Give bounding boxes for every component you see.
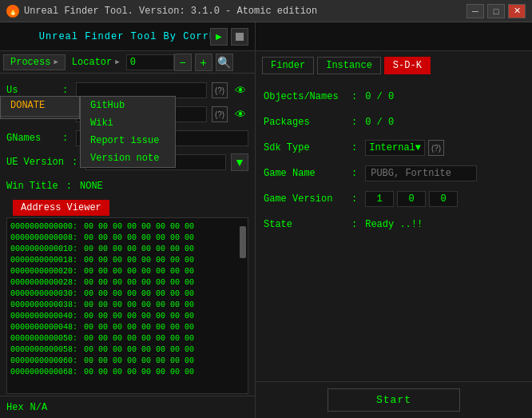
report-issue-item[interactable]: Report issue <box>81 132 175 149</box>
hex-line: 00 00 00 00 00 00 00 00 <box>84 300 244 311</box>
hex-line: 00 00 00 00 00 00 00 00 <box>84 221 244 233</box>
gnames-label: GNames <box>6 133 54 144</box>
address-line: 0000000000000: <box>10 221 77 233</box>
address-line: 0000000000010: <box>10 244 77 255</box>
hex-data-column: 00 00 00 00 00 00 00 0000 00 00 00 00 00… <box>81 218 248 393</box>
version-input-3[interactable] <box>429 191 458 207</box>
hex-line: 00 00 00 00 00 00 00 00 <box>84 322 244 333</box>
hex-label: Hex <box>6 402 24 413</box>
address-line: 0000000000050: <box>10 333 77 344</box>
main-container: Unreal Finder Tool By CorrM ▶ Process ▶ … <box>0 22 532 418</box>
finder-tab[interactable]: Finder <box>262 57 314 74</box>
title-bar-text: Unreal Finder Tool. Version: 3.1.0 - Ato… <box>24 6 466 17</box>
hex-line: 00 00 00 00 00 00 00 00 <box>84 311 244 322</box>
sdk-type-label: Sdk Type <box>264 142 343 153</box>
address-viewer-inner: 0000000000000:0000000000008:000000000001… <box>7 218 248 393</box>
version-input-2[interactable] <box>397 191 426 207</box>
header-buttons: ▶ <box>210 28 248 46</box>
hex-line: 00 00 00 00 00 00 00 00 <box>84 266 244 277</box>
game-name-label: Game Name <box>264 168 343 179</box>
stop-icon <box>236 33 244 41</box>
minus-button[interactable]: − <box>174 54 192 71</box>
ue-version-label: UE Version <box>6 157 64 168</box>
address-line: 0000000000048: <box>10 322 77 333</box>
address-line: 0000000000040: <box>10 311 77 322</box>
search-icon: 🔍 <box>217 56 231 69</box>
game-name-row: Game Name : <box>264 163 524 184</box>
hex-line: 00 00 00 00 00 00 00 00 <box>84 367 244 378</box>
game-name-input[interactable] <box>365 165 477 181</box>
app-icon: 🔥 <box>6 5 19 18</box>
plus-button[interactable]: + <box>195 54 212 71</box>
locator-menu[interactable]: Locator ▶ <box>66 55 126 70</box>
objects-value: 0 / 0 <box>365 91 394 102</box>
state-row: State : Ready ..!! <box>264 214 524 235</box>
right-panel: Finder Instance S-D-K Objects/Names : 0 … <box>256 22 532 418</box>
locator-input[interactable] <box>126 54 174 70</box>
sdk-dropdown-icon: ▼ <box>415 142 421 153</box>
go-eye-button[interactable]: 👁 <box>232 106 248 122</box>
maximize-button[interactable]: □ <box>487 4 505 18</box>
win-title-value: NONE <box>80 181 103 192</box>
wiki-item[interactable]: Wiki <box>81 114 175 132</box>
packages-label: Packages <box>264 117 343 128</box>
version-inputs <box>365 191 458 207</box>
hex-line: 00 00 00 00 00 00 00 00 <box>84 333 244 344</box>
sdk-type-row: Sdk Type : Internal ▼ (?) <box>264 137 524 158</box>
title-bar: 🔥 Unreal Finder Tool. Version: 3.1.0 - A… <box>0 0 532 22</box>
start-btn-row: Start <box>256 381 532 418</box>
hex-line: 00 00 00 00 00 00 00 00 <box>84 356 244 367</box>
objects-row: Objects/Names : 0 / 0 <box>264 86 524 107</box>
version-note-item[interactable]: Version note <box>81 149 175 167</box>
play-button[interactable]: ▶ <box>210 28 228 46</box>
sdk-select-wrapper: Internal ▼ (?) <box>365 140 444 156</box>
game-version-label: Game Version <box>264 193 343 205</box>
address-viewer-area: 0000000000000:0000000000008:000000000001… <box>6 217 248 394</box>
us-eye-button[interactable]: 👁 <box>232 82 248 98</box>
address-viewer-header: Address Viewer <box>13 200 109 216</box>
us-question-button[interactable]: (?) <box>212 82 228 98</box>
instance-tab[interactable]: Instance <box>317 57 381 74</box>
github-item[interactable]: GitHub <box>81 97 175 114</box>
version-input-1[interactable] <box>365 191 394 207</box>
process-arrow-icon: ▶ <box>54 58 58 66</box>
app-header: Unreal Finder Tool By CorrM ▶ <box>0 22 255 51</box>
stop-button[interactable] <box>231 28 248 46</box>
locator-controls: − + 🔍 <box>174 54 233 71</box>
start-button[interactable]: Start <box>328 388 460 412</box>
state-label: State <box>264 219 343 230</box>
packages-value: 0 / 0 <box>365 117 394 128</box>
menu-bar: Process ▶ Locator ▶ − + 🔍 <box>0 51 255 74</box>
address-line: 0000000000058: <box>10 344 77 356</box>
dropdown-menu: DONATE <box>0 96 80 119</box>
hex-line: 00 00 00 00 00 00 00 00 <box>84 344 244 356</box>
tabs-row: Finder Instance S-D-K <box>256 51 532 80</box>
hex-line: 00 00 00 00 00 00 00 00 <box>84 244 244 255</box>
address-viewer-container: Address Viewer <box>0 197 255 216</box>
address-line: 0000000000060: <box>10 356 77 367</box>
search-button[interactable]: 🔍 <box>216 54 233 71</box>
address-line: 0000000000068: <box>10 367 77 378</box>
go-question-button[interactable]: (?) <box>212 106 228 122</box>
packages-row: Packages : 0 / 0 <box>264 112 524 133</box>
address-line: 0000000000028: <box>10 277 77 289</box>
address-line: 0000000000018: <box>10 255 77 266</box>
right-header-spacer <box>256 22 532 51</box>
help-submenu: GitHub Wiki Report issue Version note <box>80 96 176 168</box>
sdk-type-dropdown[interactable]: Internal ▼ <box>365 140 425 156</box>
address-line: 0000000000030: <box>10 289 77 300</box>
donate-item[interactable]: DONATE <box>1 97 79 114</box>
us-label: Us <box>6 85 54 96</box>
minimize-button[interactable]: ─ <box>466 4 484 18</box>
hex-line: 00 00 00 00 00 00 00 00 <box>84 255 244 266</box>
process-menu[interactable]: Process ▶ <box>3 54 66 70</box>
hex-line: 00 00 00 00 00 00 00 00 <box>84 289 244 300</box>
close-button[interactable]: ✕ <box>508 4 526 18</box>
left-panel: Unreal Finder Tool By CorrM ▶ Process ▶ … <box>0 22 256 418</box>
hex-label-row: Hex N/A <box>0 396 255 418</box>
scrollbar-thumb[interactable] <box>240 226 246 258</box>
sdk-tab[interactable]: S-D-K <box>384 57 431 74</box>
sdk-question-button[interactable]: (?) <box>428 140 444 156</box>
win-title-label: Win Title <box>6 181 58 192</box>
ue-dropdown-button[interactable]: ▼ <box>231 153 248 171</box>
